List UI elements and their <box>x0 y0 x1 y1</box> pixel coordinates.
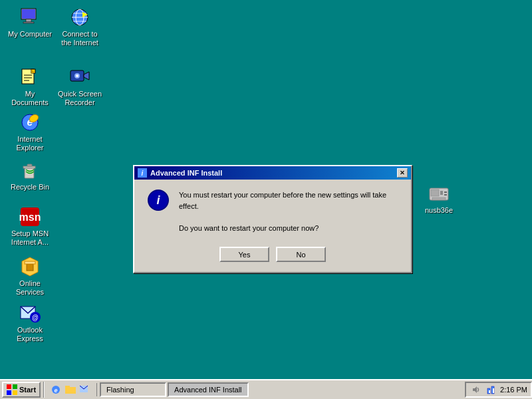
svg-rect-38 <box>444 194 447 196</box>
connect-internet-icon <box>69 7 90 28</box>
tray-volume-icon[interactable] <box>469 383 483 396</box>
recorder-icon <box>69 66 90 88</box>
desktop-icon-connect-internet[interactable]: Connect to the Internet <box>57 7 103 47</box>
desktop: My Computer Connect to the Internet <box>0 0 532 379</box>
documents-icon <box>19 66 41 88</box>
svg-text:i: i <box>142 170 144 177</box>
svg-rect-1 <box>22 9 35 19</box>
info-icon: i <box>148 190 169 211</box>
taskbar-item-flashing[interactable]: Flashing <box>100 382 166 397</box>
desktop-icon-ie-label: Internet Explorer <box>7 135 53 152</box>
svg-rect-25 <box>27 164 32 166</box>
start-label: Start <box>19 386 36 394</box>
desktop-icon-online-services[interactable]: Online Services <box>7 256 53 297</box>
svg-rect-44 <box>7 390 11 395</box>
msn-icon: msn <box>19 206 41 227</box>
taskbar-divider <box>43 382 45 398</box>
svg-point-19 <box>76 74 78 77</box>
taskbar: Start e Flashing Advanced INF In <box>0 379 532 399</box>
dialog-title-icon: i <box>138 168 147 178</box>
svg-rect-43 <box>13 384 17 389</box>
svg-rect-30 <box>25 261 35 264</box>
desktop-icon-my-documents[interactable]: My Documents <box>7 66 53 107</box>
svg-rect-42 <box>7 384 11 389</box>
dialog-title-group: i Advanced INF Install <box>138 168 222 178</box>
svg-rect-3 <box>23 22 34 23</box>
taskbar-outlook-icon[interactable] <box>78 383 92 396</box>
desktop-icon-my-computer[interactable]: My Computer <box>7 7 53 39</box>
desktop-icon-recycle-bin-label: Recycle Bin <box>11 183 49 192</box>
svg-rect-45 <box>13 390 17 395</box>
desktop-icon-outlook-label: Outlook Express <box>7 326 53 343</box>
desktop-icon-my-computer-label: My Computer <box>8 30 52 39</box>
desktop-icon-online-services-label: Online Services <box>7 279 53 297</box>
yes-button[interactable]: Yes <box>219 247 269 262</box>
taskbar-item-advanced-inf[interactable]: Advanced INF Install <box>168 382 249 397</box>
desktop-icon-internet-explorer[interactable]: e Internet Explorer <box>7 112 53 152</box>
svg-marker-51 <box>473 386 477 393</box>
outlook-icon: @ <box>19 303 41 324</box>
dialog-buttons: Yes No <box>134 243 411 272</box>
dialog-title-text: Advanced INF Install <box>150 169 222 177</box>
desktop-icon-setup-msn[interactable]: msn Setup MSN Internet A... <box>7 206 53 247</box>
tray-clock: 2:16 PM <box>500 386 527 394</box>
ie-icon: e <box>19 112 41 133</box>
svg-rect-35 <box>431 190 439 196</box>
desktop-icon-setup-msn-label: Setup MSN Internet A... <box>7 229 53 247</box>
dialog-message-line2: Do you want to restart your computer now… <box>179 223 398 234</box>
quick-launch-group: e <box>47 382 94 398</box>
desktop-icon-quick-screen-recorder[interactable]: Quick Screen Recorder <box>57 66 103 107</box>
dialog-content: i You must restart your computer before … <box>134 180 411 243</box>
svg-text:msn: msn <box>19 211 41 223</box>
dialog-message-line1: You must restart your computer before th… <box>179 190 398 211</box>
no-button[interactable]: No <box>276 247 326 262</box>
svg-text:e: e <box>55 387 58 394</box>
start-button[interactable]: Start <box>2 382 41 398</box>
svg-marker-17 <box>84 72 89 80</box>
advanced-inf-install-dialog: i Advanced INF Install ✕ i You must rest… <box>133 165 412 273</box>
tray-network-icon[interactable] <box>485 383 498 396</box>
system-tray: 2:16 PM <box>465 382 532 398</box>
desktop-icon-recycle-bin[interactable]: Recycle Bin <box>7 160 53 192</box>
desktop-icon-quick-screen-recorder-label: Quick Screen Recorder <box>57 90 103 107</box>
desktop-icon-connect-label: Connect to the Internet <box>57 30 103 47</box>
svg-rect-29 <box>27 264 33 271</box>
taskbar-flashing-label: Flashing <box>106 386 134 394</box>
dialog-titlebar: i Advanced INF Install ✕ <box>134 166 411 180</box>
svg-rect-36 <box>440 191 443 195</box>
nusb-icon <box>428 183 450 204</box>
svg-rect-2 <box>26 19 31 22</box>
taskbar-separator <box>96 383 97 396</box>
computer-icon <box>19 7 41 28</box>
taskbar-advanced-inf-label: Advanced INF Install <box>174 386 242 394</box>
svg-rect-55 <box>493 388 494 393</box>
taskbar-folder-icon[interactable] <box>64 383 77 396</box>
dialog-close-button[interactable]: ✕ <box>397 168 408 178</box>
dialog-message: You must restart your computer before th… <box>179 190 398 233</box>
recycle-bin-icon <box>19 160 41 181</box>
svg-rect-37 <box>444 192 447 193</box>
svg-rect-49 <box>65 386 70 388</box>
taskbar-ie-icon[interactable]: e <box>49 383 63 396</box>
svg-rect-39 <box>432 198 446 200</box>
desktop-icon-nusb-label: nusb36e <box>425 206 453 215</box>
online-services-icon <box>19 256 41 277</box>
svg-rect-54 <box>489 390 490 393</box>
desktop-icon-my-documents-label: My Documents <box>7 90 53 107</box>
desktop-icon-outlook-express[interactable]: @ Outlook Express <box>7 303 53 343</box>
desktop-icon-nusb36e[interactable]: nusb36e <box>416 183 462 215</box>
windows-logo-icon <box>7 384 17 395</box>
svg-text:@: @ <box>32 314 39 321</box>
